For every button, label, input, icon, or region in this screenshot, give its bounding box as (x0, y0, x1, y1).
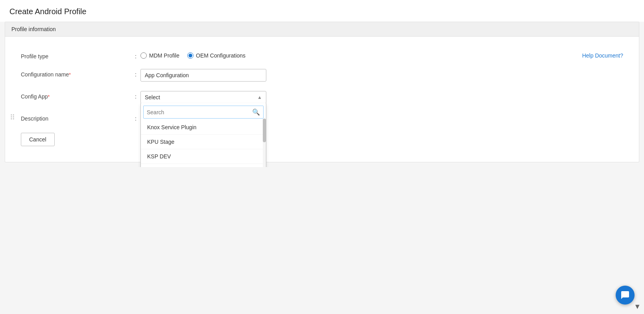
profile-type-row: Profile type : MDM Profile OEM Configura… (5, 46, 639, 64)
required-asterisk-app: * (48, 94, 50, 100)
colon-1: : (131, 51, 140, 59)
list-item[interactable]: KSP DEV (141, 149, 266, 164)
config-name-control (140, 69, 623, 82)
mdm-profile-option[interactable]: MDM Profile (140, 52, 179, 59)
description-row: ⠿ Description : (5, 108, 639, 126)
mdm-profile-label: MDM Profile (149, 52, 179, 59)
page-title: Create Android Profile (0, 0, 644, 22)
list-item[interactable]: Knox Service Plugin (141, 120, 266, 135)
profile-information-card: Profile information Profile type : MDM P… (5, 22, 639, 162)
list-item[interactable]: KSP Beta (141, 164, 266, 167)
drag-handle-icon[interactable]: ⠿ (10, 113, 15, 122)
config-name-row: Configuration name* : (5, 64, 639, 86)
config-name-input[interactable] (140, 69, 266, 82)
mdm-profile-radio[interactable] (140, 52, 147, 59)
radio-group: MDM Profile OEM Configurations (140, 51, 623, 59)
chevron-up-icon: ▲ (257, 95, 262, 100)
config-name-label: Configuration name* (21, 69, 131, 78)
search-icon: 🔍 (252, 108, 260, 116)
scrollbar-thumb[interactable] (263, 119, 266, 142)
list-item[interactable]: KPU Stage (141, 135, 266, 149)
search-box-wrapper: 🔍 (143, 106, 264, 119)
profile-type-controls: MDM Profile OEM Configurations (140, 51, 623, 59)
config-app-row: Config App* : Select ▲ 🔍 (5, 86, 639, 108)
cancel-button[interactable]: Cancel (21, 133, 55, 146)
dropdown-list: Knox Service Plugin KPU Stage KSP DEV KS… (141, 119, 266, 167)
description-label: Description (21, 113, 131, 122)
card-header: Profile information (5, 22, 639, 37)
form-actions: Cancel (5, 126, 639, 152)
colon-3: : (131, 91, 140, 100)
card-body: Profile type : MDM Profile OEM Configura… (5, 37, 639, 162)
oem-config-option[interactable]: OEM Configurations (187, 52, 245, 59)
required-asterisk-name: * (69, 72, 71, 78)
oem-config-radio[interactable] (187, 52, 194, 59)
config-app-control: Select ▲ 🔍 Knox Service Plugin KPU Stage… (140, 91, 623, 104)
colon-4: : (131, 113, 140, 122)
scrollbar-track (263, 119, 266, 167)
profile-type-label: Profile type (21, 51, 131, 59)
config-app-label: Config App* (21, 91, 131, 100)
config-app-dropdown: 🔍 Knox Service Plugin KPU Stage KSP DEV … (140, 103, 266, 167)
colon-2: : (131, 69, 140, 78)
oem-config-label: OEM Configurations (196, 52, 245, 59)
config-app-select-wrapper: Select ▲ 🔍 Knox Service Plugin KPU Stage… (140, 91, 266, 104)
search-input[interactable] (147, 109, 252, 115)
select-value: Select (145, 94, 160, 100)
help-document-link[interactable]: Help Document? (582, 52, 623, 59)
config-app-select[interactable]: Select ▲ (140, 91, 266, 104)
